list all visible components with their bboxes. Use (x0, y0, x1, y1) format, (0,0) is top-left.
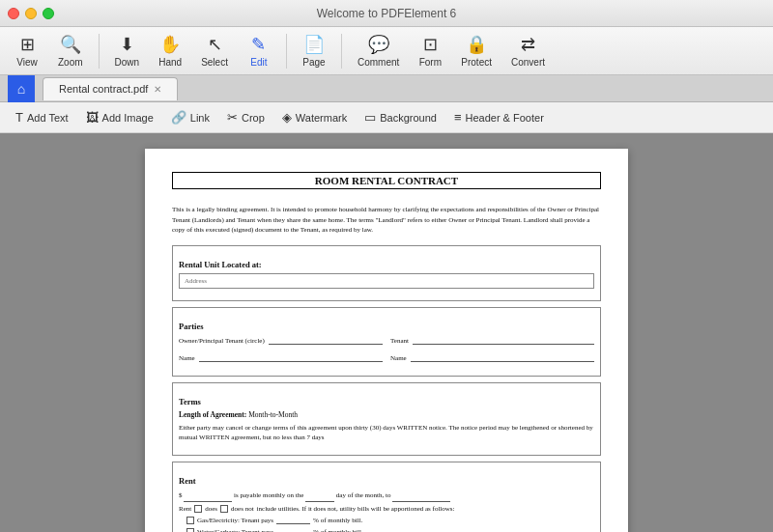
utility-checkbox-0[interactable] (186, 517, 194, 524)
utility-label-0: Gas/Electricity: Tenant pays (197, 517, 273, 524)
address-field[interactable]: Address (179, 273, 594, 289)
toolbar-label-protect: Protect (461, 57, 492, 68)
add-text-button[interactable]: T Add Text (8, 107, 76, 127)
add-image-icon: 🖼 (86, 110, 99, 125)
utility-suffix-1: % of monthly bill. (313, 528, 362, 532)
name-row: Name Name (179, 352, 594, 366)
link-icon: 🔗 (171, 110, 186, 125)
rent-includes-row: Rent does does not include utilities. If… (179, 505, 594, 513)
toolbar-label-view: View (16, 57, 38, 68)
toolbar-item-comment[interactable]: 💬 Comment (350, 30, 407, 71)
toolbar-label-form: Form (419, 57, 442, 68)
does-label: does (205, 505, 217, 513)
owner-field-line[interactable] (269, 335, 383, 345)
tab-filename: Rental contract.pdf (59, 83, 148, 95)
edit-toolbar: T Add Text 🖼 Add Image 🔗 Link ✂ Crop ◈ W… (0, 102, 773, 133)
toolbar-item-select[interactable]: ↖ Select (193, 30, 236, 71)
name-field-row-2: Name (390, 352, 594, 362)
background-button[interactable]: ▭ Background (357, 107, 444, 127)
watermark-label: Watermark (296, 112, 347, 124)
add-text-label: Add Text (27, 112, 69, 124)
header-footer-button[interactable]: ≡ Header & Footer (446, 107, 552, 127)
utilities-list: Gas/Electricity: Tenant pays % of monthl… (179, 516, 594, 532)
home-button[interactable]: ⌂ (8, 75, 35, 102)
link-label: Link (190, 112, 210, 124)
terms-text: Either party may cancel or change terms … (179, 423, 594, 443)
intro-text: This is a legally binding agreement. It … (172, 205, 601, 236)
crop-label: Crop (242, 112, 265, 124)
rental-unit-header: Rental Unit Located at: (179, 260, 594, 269)
rent-day-field[interactable] (305, 490, 334, 503)
toolbar-label-edit: Edit (250, 57, 267, 68)
add-text-icon: T (15, 110, 23, 125)
utility-field-1[interactable] (276, 527, 310, 532)
terms-length: Length of Agreement: Month-to-Month (179, 410, 594, 419)
document-area[interactable]: ROOM RENTAL CONTRACT This is a legally b… (0, 133, 773, 532)
tenant-field-line[interactable] (413, 335, 594, 345)
rent-label: Rent (179, 505, 191, 513)
rent-amount-field[interactable] (184, 490, 232, 503)
crop-button[interactable]: ✂ Crop (219, 107, 272, 127)
link-button[interactable]: 🔗 Link (163, 107, 217, 127)
name-field-line-1[interactable] (199, 352, 383, 362)
page-icon: 📄 (303, 34, 325, 55)
terms-section: Terms Length of Agreement: Month-to-Mont… (172, 382, 601, 456)
maximize-button[interactable] (43, 8, 54, 19)
window-title: Welcome to PDFElement 6 (317, 7, 457, 20)
hand-icon: ✋ (159, 34, 181, 55)
toolbar-item-form[interactable]: ⊡ Form (411, 30, 449, 71)
close-button[interactable] (8, 8, 19, 19)
minimize-button[interactable] (25, 8, 37, 19)
toolbar-item-protect[interactable]: 🔒 Protect (453, 30, 500, 71)
toolbar-separator-3 (341, 34, 342, 69)
toolbar-item-view[interactable]: ⊞ View (8, 30, 46, 71)
rent-does-checkbox[interactable] (194, 505, 202, 513)
toolbar-label-hand: Hand (158, 57, 182, 68)
utility-row-0: Gas/Electricity: Tenant pays % of monthl… (186, 516, 594, 524)
toolbar-label-down: Down (115, 57, 140, 68)
toolbar-item-hand[interactable]: ✋ Hand (151, 30, 189, 71)
tenant-label: Tenant (390, 337, 409, 345)
does-not-label: does not (231, 505, 254, 513)
terms-header: Terms (179, 397, 594, 406)
utility-label-1: Water/Garbage: Tenant pays (197, 528, 273, 532)
parties-header: Parties (179, 322, 594, 331)
view-icon: ⊞ (20, 34, 35, 55)
document-tab[interactable]: Rental contract.pdf ✕ (43, 77, 178, 100)
toolbar-label-zoom: Zoom (58, 57, 83, 68)
rent-payee-field[interactable] (392, 490, 450, 503)
toolbar-item-page[interactable]: 📄 Page (295, 30, 333, 71)
rent-does-not-checkbox[interactable] (220, 505, 228, 513)
comment-icon: 💬 (368, 34, 389, 55)
rental-unit-section: Rental Unit Located at: Address (172, 245, 601, 301)
utility-field-0[interactable] (276, 516, 310, 524)
convert-icon: ⇄ (521, 34, 535, 55)
toolbar-label-convert: Convert (511, 57, 545, 68)
name-field-line-2[interactable] (411, 352, 594, 362)
toolbar-item-down[interactable]: ⬇ Down (107, 30, 148, 71)
name-label-1: Name (179, 354, 195, 362)
utility-suffix-0: % of monthly bill. (313, 517, 362, 524)
toolbar-item-edit[interactable]: ✎ Edit (240, 30, 278, 71)
toolbar-item-convert[interactable]: ⇄ Convert (503, 30, 553, 71)
zoom-icon: 🔍 (60, 34, 81, 55)
rent-text-2: day of the month, to (336, 491, 391, 499)
rent-header: Rent (179, 476, 594, 486)
rent-line-1: $ is payable monthly on the day of the m… (179, 490, 594, 503)
parties-row: Owner/Principal Tenant (circle) Tenant (179, 335, 594, 349)
document-title: ROOM RENTAL CONTRACT (172, 172, 601, 189)
watermark-button[interactable]: ◈ Watermark (274, 107, 355, 127)
toolbar-item-zoom[interactable]: 🔍 Zoom (50, 30, 91, 71)
utility-checkbox-1[interactable] (186, 528, 194, 532)
tab-bar: ⌂ Rental contract.pdf ✕ (0, 75, 773, 102)
tab-close-button[interactable]: ✕ (154, 84, 161, 95)
document-paper: ROOM RENTAL CONTRACT This is a legally b… (145, 149, 628, 532)
select-icon: ↖ (208, 34, 222, 55)
add-image-button[interactable]: 🖼 Add Image (78, 107, 161, 127)
toolbar-separator-1 (99, 34, 100, 69)
edit-icon: ✎ (251, 34, 266, 55)
parties-section: Parties Owner/Principal Tenant (circle) … (172, 307, 601, 377)
title-bar: Welcome to PDFElement 6 (0, 0, 773, 27)
toolbar-separator-2 (286, 34, 287, 69)
watermark-icon: ◈ (282, 110, 292, 125)
